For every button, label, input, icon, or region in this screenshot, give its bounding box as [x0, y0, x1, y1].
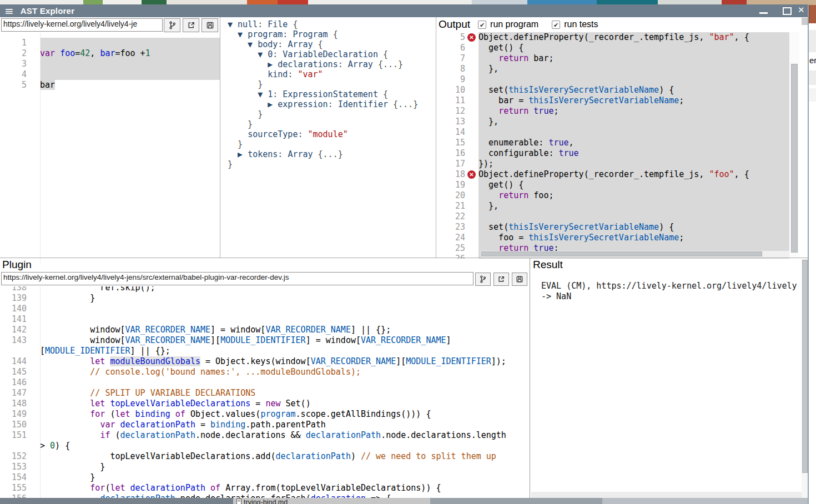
gutter-spacer	[465, 85, 478, 95]
output-editor[interactable]: 5Object.defineProperty(_recorder_.tempfi…	[436, 32, 789, 259]
source-version-graph-button[interactable]	[164, 18, 180, 32]
line-number: 12	[436, 106, 465, 117]
gutter-spacer	[465, 159, 478, 169]
open-external-icon	[497, 275, 505, 283]
save-icon	[516, 275, 523, 283]
code-row: ▶ tokens: Array {...}	[228, 149, 436, 159]
code-row: 13 },	[436, 117, 789, 127]
gutter-spacer	[27, 356, 40, 367]
code-row: 5Object.defineProperty(_recorder_.tempfi…	[436, 32, 789, 43]
code-row: 139 }	[0, 293, 530, 304]
code-row: }	[228, 159, 436, 169]
line-number: 20	[436, 190, 465, 201]
line-number: 14	[436, 127, 465, 138]
line-number: 140	[0, 304, 27, 314]
close-button[interactable]	[798, 5, 805, 15]
screen: ≡ AST Explorer https://lively-kernel.org…	[0, 0, 816, 504]
run-tests-checkbox[interactable]	[552, 21, 560, 29]
line-number: 3	[0, 59, 27, 69]
line-number: 8	[436, 64, 465, 74]
gutter-spacer	[465, 117, 478, 127]
gutter-spacer	[27, 325, 40, 335]
gutter-spacer	[27, 367, 40, 377]
output-horizontal-scrollbar-thumb[interactable]	[481, 251, 762, 256]
plugin-save-button[interactable]	[512, 273, 527, 286]
code-row: ▼ null: File {	[228, 19, 436, 29]
result-horizontal-scrollbar[interactable]	[531, 492, 802, 498]
source-url-input[interactable]: https://lively-kernel.org/lively4/lively…	[1, 18, 163, 32]
line-number: 148	[0, 399, 27, 409]
gutter-spacer	[27, 377, 40, 388]
output-horizontal-scrollbar[interactable]	[481, 251, 789, 258]
gutter-spacer	[465, 95, 478, 106]
code-row: 147 // SPLIT UP VARIABLE DECLARATIONS	[0, 388, 530, 399]
maximize-button[interactable]	[783, 7, 792, 15]
gutter-spacer	[27, 69, 40, 80]
line-number: 4	[0, 69, 27, 80]
line-number: 145	[0, 367, 27, 377]
ast-tree-panel[interactable]: ▼ null: File { ▼ program: Program { ▼ bo…	[220, 17, 436, 258]
result-vertical-scrollbar-thumb[interactable]	[802, 260, 808, 473]
code-row: 17});	[436, 159, 789, 169]
gutter-spacer	[465, 233, 478, 243]
taskbar-tab-trying-bind[interactable]: trying-bind.md	[233, 498, 430, 504]
line-number: 141	[0, 314, 27, 325]
taskbar-tab-label: trying-bind.md	[244, 498, 288, 504]
hamburger-menu-icon[interactable]: ≡	[4, 6, 14, 17]
code-row: 7 return bar;	[436, 53, 789, 64]
gutter-spacer	[27, 462, 40, 472]
background-window-row	[809, 88, 816, 102]
output-header: Output run program run tests	[436, 17, 789, 32]
code-row: 150 var declarationPath = binding.path.p…	[0, 420, 530, 430]
code-row: ▼ program: Program {	[228, 29, 436, 39]
line-number: 150	[0, 420, 27, 430]
minimize-button[interactable]	[759, 12, 768, 14]
code-row: 24 foo = thisIsVererySecretVariableName;	[436, 233, 789, 243]
divider-plugin-result	[530, 258, 530, 498]
line-number: 21	[436, 201, 465, 211]
source-save-button[interactable]	[202, 18, 218, 32]
line-number: 151	[0, 430, 27, 441]
line-number: 19	[436, 180, 465, 190]
code-row: 142 window[VAR_RECORDER_NAME] = window[V…	[0, 325, 530, 335]
branch-icon	[168, 21, 177, 29]
code-row: 8 },	[436, 64, 789, 74]
gutter-spacer	[465, 53, 478, 64]
line-number: 11	[436, 95, 465, 106]
titlebar[interactable]: ≡ AST Explorer	[0, 4, 809, 17]
plugin-version-graph-button[interactable]	[475, 273, 491, 286]
gutter-spacer	[27, 293, 40, 304]
code-row: 144 let moduleBoundGlobals = Object.keys…	[0, 356, 530, 367]
document-icon	[236, 498, 241, 504]
gutter-spacer	[27, 59, 40, 69]
window-bottom-bar: trying-bind.md	[0, 498, 809, 504]
source-open-external-button[interactable]	[183, 18, 199, 32]
output-vertical-scrollbar[interactable]	[789, 32, 799, 258]
line-number: 155	[0, 483, 27, 493]
gutter-spacer	[27, 493, 40, 498]
run-program-label: run program	[490, 19, 538, 29]
code-row: 152 topLevelVariableDeclarations.add(dec…	[0, 451, 530, 462]
source-editor[interactable]: 12var foo=42, bar=foo +1345bar	[0, 33, 220, 263]
gutter-spacer	[27, 38, 40, 48]
gutter-spacer	[27, 409, 40, 420]
gutter-spacer	[465, 211, 478, 222]
run-program-checkbox[interactable]	[478, 21, 486, 29]
gutter-spacer	[27, 304, 40, 314]
output-vertical-scrollbar-thumb[interactable]	[791, 64, 798, 253]
gutter-spacer	[27, 314, 40, 325]
plugin-url-input[interactable]: https://lively-kernel.org/lively4/lively…	[1, 272, 474, 285]
line-number	[0, 346, 27, 356]
code-row: 18Object.defineProperty(_recorder_.tempf…	[436, 169, 789, 180]
gutter-spacer	[465, 74, 478, 85]
line-number: 153	[0, 462, 27, 472]
plugin-editor[interactable]: 138 ref.skip();139 }140141142 window[VAR…	[0, 286, 530, 498]
code-row: 14	[436, 127, 789, 138]
code-row: }	[228, 79, 436, 89]
code-row: }	[228, 139, 436, 149]
line-number: 18	[436, 169, 465, 180]
gutter-spacer	[27, 430, 40, 441]
code-row: 15 enumerable: true,	[436, 138, 789, 148]
plugin-open-external-button[interactable]	[493, 273, 509, 286]
line-number: 143	[0, 335, 27, 346]
